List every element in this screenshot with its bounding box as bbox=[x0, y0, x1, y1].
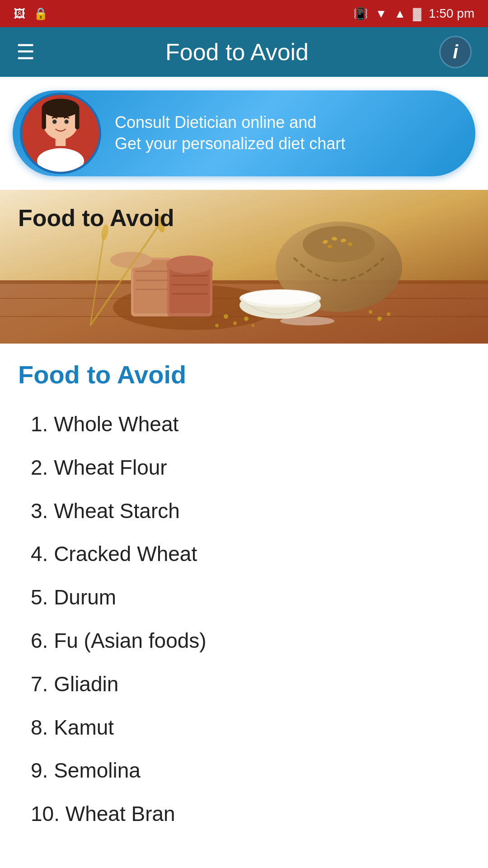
svg-point-49 bbox=[280, 316, 334, 326]
svg-point-2 bbox=[42, 99, 79, 118]
food-list-item: 4. Cracked Wheat bbox=[18, 533, 470, 576]
svg-point-7 bbox=[52, 120, 56, 124]
svg-rect-11 bbox=[0, 280, 488, 284]
status-time: 1:50 pm bbox=[429, 6, 474, 21]
food-list-item: 1. Whole Wheat bbox=[18, 403, 470, 446]
dietician-avatar bbox=[20, 93, 101, 174]
lock-icon: 🔒 bbox=[33, 7, 48, 21]
vibrate-icon: 📳 bbox=[353, 7, 368, 21]
status-left-icons: 🖼 🔒 bbox=[14, 7, 48, 21]
banner-line2: Get your personalized diet chart bbox=[115, 133, 462, 155]
food-list-item: 2. Wheat Flour bbox=[18, 446, 470, 490]
hero-image: Food to Avoid bbox=[0, 190, 488, 344]
svg-rect-3 bbox=[42, 108, 46, 129]
svg-point-48 bbox=[387, 312, 390, 316]
svg-point-41 bbox=[224, 314, 228, 319]
info-button[interactable]: i bbox=[439, 36, 472, 68]
section-title: Food to Avoid bbox=[18, 360, 470, 389]
signal-icon: ▲ bbox=[394, 7, 406, 21]
svg-point-44 bbox=[215, 324, 219, 327]
nav-bar: ☰ Food to Avoid i bbox=[0, 27, 488, 77]
hamburger-menu-button[interactable]: ☰ bbox=[16, 42, 35, 62]
banner-container: Consult Dietician online and Get your pe… bbox=[0, 77, 488, 190]
banner-line1: Consult Dietician online and bbox=[115, 112, 462, 133]
wifi-icon: ▼ bbox=[375, 7, 387, 21]
svg-point-46 bbox=[369, 310, 372, 314]
food-list-item: 3. Wheat Starch bbox=[18, 490, 470, 533]
hero-label: Food to Avoid bbox=[18, 204, 174, 231]
food-list: 1. Whole Wheat2. Wheat Flour3. Wheat Sta… bbox=[18, 403, 470, 836]
svg-rect-23 bbox=[133, 260, 169, 313]
svg-point-36 bbox=[243, 290, 317, 305]
svg-point-15 bbox=[303, 226, 375, 262]
content-section: Food to Avoid 1. Whole Wheat2. Wheat Flo… bbox=[0, 344, 488, 863]
image-icon: 🖼 bbox=[14, 7, 25, 21]
svg-rect-5 bbox=[56, 137, 66, 146]
svg-point-8 bbox=[65, 120, 69, 124]
food-list-item: 8. Kamut bbox=[18, 706, 470, 750]
food-list-item: 6. Fu (Asian foods) bbox=[18, 619, 470, 663]
food-list-item: 7. Gliadin bbox=[18, 663, 470, 706]
status-bar: 🖼 🔒 📳 ▼ ▲ ▓ 1:50 pm bbox=[0, 0, 488, 27]
svg-point-45 bbox=[252, 324, 254, 327]
food-list-item: 9. Semolina bbox=[18, 749, 470, 793]
dietician-banner[interactable]: Consult Dietician online and Get your pe… bbox=[13, 90, 475, 176]
status-right-icons: 📳 ▼ ▲ ▓ 1:50 pm bbox=[353, 6, 474, 21]
battery-icon: ▓ bbox=[413, 7, 422, 21]
svg-point-43 bbox=[244, 316, 249, 321]
svg-rect-4 bbox=[75, 108, 79, 129]
banner-text: Consult Dietician online and Get your pe… bbox=[101, 112, 475, 155]
svg-point-47 bbox=[377, 316, 382, 321]
info-icon: i bbox=[453, 41, 458, 63]
food-list-item: 10. Wheat Bran bbox=[18, 793, 470, 836]
nav-title: Food to Avoid bbox=[165, 38, 309, 66]
food-list-item: 5. Durum bbox=[18, 576, 470, 619]
svg-point-33 bbox=[166, 255, 213, 274]
svg-point-42 bbox=[233, 321, 237, 325]
